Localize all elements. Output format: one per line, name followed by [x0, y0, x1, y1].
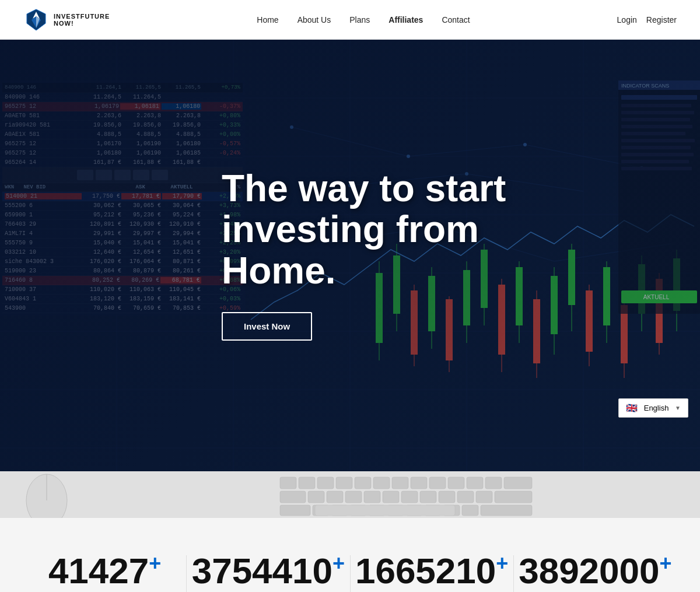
svg-rect-88	[336, 477, 352, 489]
nav-affiliates[interactable]: Affiliates	[388, 15, 423, 24]
svg-rect-97	[504, 477, 532, 489]
language-label: English	[644, 404, 669, 412]
svg-rect-106	[439, 491, 455, 503]
stat-total-deposits: 3892000+ TOTAL DEPOSITS	[514, 553, 677, 592]
nav-about[interactable]: About Us	[298, 15, 331, 24]
logo-text: INVESTFUTURE NOW!	[54, 13, 110, 27]
svg-rect-98	[280, 491, 306, 503]
navbar: INVESTFUTURE NOW! Home About Us Plans Af…	[0, 0, 700, 40]
invested-fund-number: 3754410+	[192, 553, 345, 589]
svg-rect-103	[383, 491, 399, 503]
nav-plans[interactable]: Plans	[349, 15, 370, 24]
nav-contact[interactable]: Contact	[442, 15, 470, 24]
flag-icon: 🇬🇧	[626, 402, 638, 414]
nav-links: Home About Us Plans Affiliates Contact	[257, 15, 470, 24]
svg-rect-94	[448, 477, 464, 489]
svg-rect-120	[481, 505, 532, 516]
stat-invested-fund: 3754410+ INVESTED FUND	[187, 553, 349, 592]
login-link[interactable]: Login	[617, 15, 637, 24]
svg-rect-104	[401, 491, 418, 503]
svg-rect-90	[373, 477, 390, 489]
invest-now-button[interactable]: Invest Now	[222, 312, 312, 341]
hero-title: The way to start investing from Home.	[222, 168, 506, 291]
svg-rect-87	[317, 477, 334, 489]
svg-rect-110	[280, 505, 310, 516]
svg-rect-108	[476, 491, 492, 503]
svg-rect-85	[280, 477, 296, 489]
svg-rect-95	[467, 477, 483, 489]
logo-icon	[23, 7, 49, 33]
keyboard-area	[0, 471, 700, 518]
stat-total-withdrawal: 1665210+ TOTAL WITHDRAWAL	[351, 553, 513, 592]
svg-rect-86	[299, 477, 315, 489]
hero-content: The way to start investing from Home. In…	[222, 168, 506, 341]
stats-section: 41427+ REGISTERED USERS 3754410+ INVESTE…	[0, 518, 700, 592]
language-selector[interactable]: 🇬🇧 English ▼	[618, 398, 688, 418]
stat-registered-users: 41427+ REGISTERED USERS	[23, 553, 186, 592]
hero-section: INDICATOR SCANS AKTUELL 840900 146 11.26…	[0, 40, 700, 471]
svg-rect-121	[315, 505, 455, 516]
svg-rect-105	[420, 491, 436, 503]
svg-rect-92	[411, 477, 427, 489]
svg-rect-102	[364, 491, 380, 503]
total-withdrawal-number: 1665210+	[355, 553, 508, 589]
svg-rect-119	[462, 505, 478, 516]
svg-rect-107	[457, 491, 474, 503]
svg-rect-91	[392, 477, 408, 489]
registered-users-number: 41427+	[48, 553, 161, 589]
svg-rect-93	[429, 477, 446, 489]
svg-rect-100	[327, 491, 343, 503]
svg-rect-96	[485, 477, 502, 489]
nav-auth: Login Register	[617, 15, 677, 24]
svg-rect-99	[308, 491, 324, 503]
svg-rect-109	[495, 491, 532, 503]
register-link[interactable]: Register	[646, 15, 677, 24]
total-deposits-number: 3892000+	[519, 553, 671, 589]
dropdown-arrow-icon: ▼	[675, 405, 681, 411]
svg-rect-89	[355, 477, 371, 489]
nav-home[interactable]: Home	[257, 15, 278, 24]
svg-rect-101	[345, 491, 362, 503]
logo[interactable]: INVESTFUTURE NOW!	[23, 7, 110, 33]
